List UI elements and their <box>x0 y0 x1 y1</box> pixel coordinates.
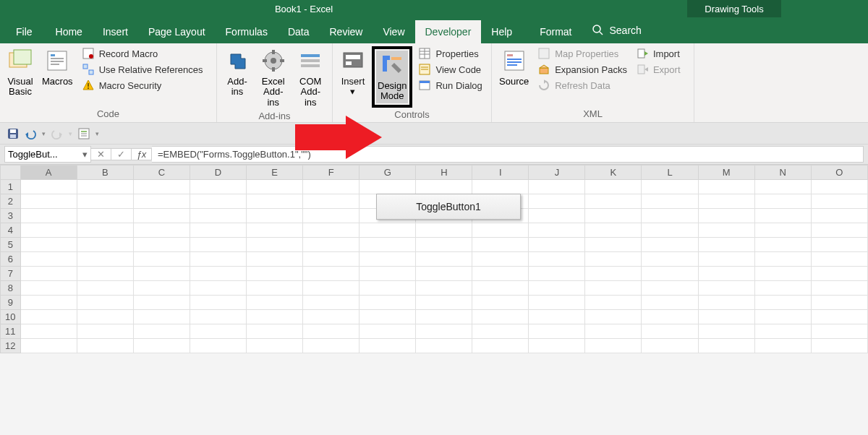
cell[interactable] <box>642 223 698 238</box>
cell[interactable] <box>20 209 77 223</box>
cell[interactable] <box>247 252 303 267</box>
cell[interactable] <box>247 339 303 353</box>
cell[interactable] <box>698 281 754 296</box>
cell[interactable] <box>416 310 472 324</box>
cell[interactable] <box>811 310 867 324</box>
cell[interactable] <box>247 238 303 252</box>
cell[interactable] <box>77 281 133 296</box>
cell[interactable] <box>585 194 642 209</box>
column-header[interactable]: N <box>754 165 811 180</box>
row-header[interactable]: 7 <box>1 267 21 281</box>
column-header[interactable]: K <box>585 165 642 180</box>
view-code-button[interactable]: View Code <box>415 62 485 77</box>
cell[interactable] <box>529 194 585 209</box>
macros-button[interactable]: Macros <box>39 46 76 88</box>
cell[interactable] <box>303 180 359 194</box>
cell[interactable] <box>133 339 190 353</box>
cell[interactable] <box>529 267 585 281</box>
cell[interactable] <box>642 194 698 209</box>
cell[interactable] <box>20 180 77 194</box>
cell[interactable] <box>585 267 642 281</box>
cell[interactable] <box>585 324 642 339</box>
properties-button[interactable]: Properties <box>415 46 485 61</box>
column-header[interactable]: J <box>529 165 585 180</box>
cell[interactable] <box>472 281 529 296</box>
cell[interactable] <box>472 252 529 267</box>
cell[interactable] <box>77 223 133 238</box>
tab-formulas[interactable]: Formulas <box>216 20 278 43</box>
cell[interactable] <box>472 180 529 194</box>
addins-button[interactable]: Add- ins <box>221 46 253 99</box>
cell[interactable] <box>303 310 359 324</box>
cell[interactable] <box>529 223 585 238</box>
cell[interactable] <box>359 339 416 353</box>
tab-view[interactable]: View <box>373 20 414 43</box>
cell[interactable] <box>811 252 867 267</box>
cell[interactable] <box>472 310 529 324</box>
cell[interactable] <box>20 252 77 267</box>
cell[interactable] <box>416 252 472 267</box>
run-dialog-button[interactable]: Run Dialog <box>415 78 485 92</box>
cell[interactable] <box>698 252 754 267</box>
cell[interactable] <box>190 194 246 209</box>
cell[interactable] <box>77 180 133 194</box>
cell[interactable] <box>303 267 359 281</box>
row-header[interactable]: 11 <box>1 324 21 339</box>
cell[interactable] <box>811 296 867 310</box>
column-header[interactable]: H <box>416 165 472 180</box>
cell[interactable] <box>303 194 359 209</box>
cell[interactable] <box>585 296 642 310</box>
cell[interactable] <box>303 223 359 238</box>
row-header[interactable]: 6 <box>1 252 21 267</box>
cell[interactable] <box>133 238 190 252</box>
column-header[interactable]: O <box>811 165 867 180</box>
cell[interactable] <box>247 296 303 310</box>
cell[interactable] <box>133 310 190 324</box>
cell[interactable] <box>529 339 585 353</box>
cell[interactable] <box>416 324 472 339</box>
cell[interactable] <box>698 339 754 353</box>
cell[interactable] <box>642 281 698 296</box>
cell[interactable] <box>20 238 77 252</box>
tab-insert[interactable]: Insert <box>93 20 138 43</box>
cell[interactable] <box>359 296 416 310</box>
column-header[interactable]: B <box>77 165 133 180</box>
cell[interactable] <box>247 209 303 223</box>
row-header[interactable]: 3 <box>1 209 21 223</box>
cell[interactable] <box>698 223 754 238</box>
expansion-packs-button[interactable]: Expansion Packs <box>535 62 630 77</box>
cell[interactable] <box>811 339 867 353</box>
tab-file[interactable]: File <box>3 20 46 43</box>
cell[interactable] <box>77 324 133 339</box>
cell[interactable] <box>20 339 77 353</box>
column-header[interactable]: M <box>698 165 754 180</box>
cell[interactable] <box>754 324 811 339</box>
customize-qat-button[interactable] <box>78 128 90 139</box>
cell[interactable] <box>698 267 754 281</box>
cell[interactable] <box>472 223 529 238</box>
cell[interactable] <box>359 252 416 267</box>
tab-data[interactable]: Data <box>278 20 320 43</box>
cell[interactable] <box>698 238 754 252</box>
com-addins-button[interactable]: COM Add-ins <box>294 46 328 109</box>
import-button[interactable]: Import <box>633 46 684 61</box>
cell[interactable] <box>190 223 246 238</box>
cell[interactable] <box>247 180 303 194</box>
cancel-formula-button[interactable]: ✕ <box>91 148 111 160</box>
tell-me-search[interactable]: Search <box>582 17 651 43</box>
cell[interactable] <box>20 281 77 296</box>
cell[interactable] <box>133 281 190 296</box>
cell[interactable] <box>529 252 585 267</box>
cell[interactable] <box>472 339 529 353</box>
cell[interactable] <box>133 223 190 238</box>
cell[interactable] <box>754 296 811 310</box>
cell[interactable] <box>585 310 642 324</box>
toggle-button-control[interactable]: ToggleButton1 <box>376 194 521 220</box>
cell[interactable] <box>77 339 133 353</box>
name-box-dropdown-icon[interactable]: ▾ <box>82 149 88 160</box>
cell[interactable] <box>754 238 811 252</box>
cell[interactable] <box>416 281 472 296</box>
column-header[interactable]: D <box>190 165 246 180</box>
cell[interactable] <box>698 209 754 223</box>
cell[interactable] <box>190 339 246 353</box>
